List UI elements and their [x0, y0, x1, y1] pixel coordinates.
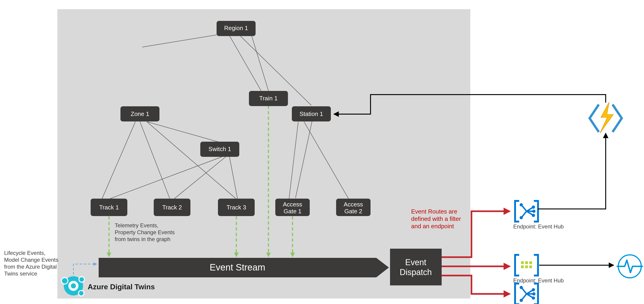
- svg-point-53: [520, 286, 522, 288]
- svg-point-45: [532, 214, 534, 216]
- svg-text:Property Change Events: Property Change Events: [115, 229, 174, 235]
- svg-rect-32: [390, 249, 442, 285]
- svg-rect-46: [521, 261, 524, 264]
- svg-point-66: [71, 283, 76, 288]
- svg-line-36: [522, 205, 526, 211]
- svg-text:and an endpoint: and an endpoint: [411, 223, 454, 230]
- svg-text:from twins in the graph: from twins in the graph: [115, 236, 170, 242]
- node-train1: Train 1: [249, 91, 288, 106]
- svg-point-39: [520, 217, 522, 219]
- adt-label: Azure Digital Twins: [88, 283, 155, 291]
- endpoint-label: Endpoint: Event Hub: [513, 223, 564, 230]
- svg-point-41: [532, 206, 534, 208]
- node-track1: Track 1: [90, 199, 127, 216]
- node-access-gate2: Access Gate 2: [336, 199, 370, 216]
- node-track2: Track 2: [154, 199, 190, 216]
- node-switch1: Switch 1: [200, 142, 239, 157]
- svg-text:Telemetry Events,: Telemetry Events,: [115, 222, 158, 228]
- node-label: Track 1: [99, 204, 119, 211]
- event-stream-bar: Event Stream: [99, 258, 389, 277]
- pulse-icon: [617, 255, 642, 278]
- node-label: Track 3: [226, 204, 246, 211]
- svg-point-69: [78, 290, 84, 296]
- svg-rect-50: [525, 265, 528, 268]
- lifecycle-annotation: Lifecycle Events, Model Change Events fr…: [4, 250, 58, 277]
- node-label: Station 1: [300, 110, 323, 117]
- node-label: Zone 1: [131, 110, 149, 117]
- svg-line-52: [522, 288, 526, 294]
- svg-point-68: [79, 277, 84, 282]
- event-stream-label: Event Stream: [210, 262, 265, 272]
- svg-point-59: [533, 293, 535, 295]
- node-label-l1: Access: [283, 201, 302, 208]
- svg-rect-47: [525, 261, 528, 264]
- endpoint-event-hub-2: Endpoint: Event Hub: [513, 255, 564, 283]
- endpoint-event-grid: Endpoint: Event Grid: [513, 283, 564, 304]
- svg-point-37: [520, 204, 522, 206]
- node-label-l2: Gate 2: [344, 208, 362, 215]
- diagram-root: Region 1 Zone 1 Train 1 Station 1 Switch…: [0, 0, 644, 304]
- svg-point-55: [520, 299, 522, 301]
- svg-rect-48: [529, 261, 532, 264]
- svg-text:defined with a filter: defined with a filter: [411, 215, 461, 222]
- svg-rect-49: [521, 265, 524, 268]
- node-region1: Region 1: [216, 21, 256, 36]
- svg-text:Model Change Events: Model Change Events: [4, 257, 58, 263]
- svg-text:Twins service: Twins service: [4, 270, 37, 277]
- event-dispatch-box: Event Dispatch: [390, 249, 442, 285]
- node-zone1: Zone 1: [120, 106, 160, 121]
- node-access-gate1: Access Gate 1: [275, 199, 310, 216]
- svg-text:Event Routes are: Event Routes are: [411, 208, 457, 215]
- svg-point-61: [532, 297, 534, 299]
- route-annotation: Event Routes are defined with a filter a…: [411, 208, 461, 230]
- dispatch-label-l1: Event: [405, 258, 426, 267]
- svg-point-43: [533, 210, 535, 212]
- dispatch-label-l2: Dispatch: [400, 267, 432, 277]
- azure-function-icon: [590, 102, 622, 133]
- svg-rect-51: [529, 265, 532, 268]
- node-label: Track 2: [162, 204, 182, 211]
- node-label-l1: Access: [344, 201, 363, 208]
- node-track3: Track 3: [218, 199, 255, 216]
- svg-marker-62: [600, 102, 613, 133]
- node-station1: Station 1: [292, 106, 331, 121]
- endpoint-label: Endpoint: Event Hub: [513, 277, 564, 283]
- svg-text:from the Azure Digital: from the Azure Digital: [4, 263, 57, 270]
- svg-point-57: [532, 289, 534, 291]
- svg-line-54: [522, 294, 526, 300]
- node-label: Region 1: [224, 25, 248, 32]
- endpoint-event-hub-1: Endpoint: Event Hub: [513, 201, 564, 230]
- svg-line-38: [522, 211, 526, 217]
- svg-point-67: [62, 277, 68, 284]
- node-label: Switch 1: [208, 146, 231, 152]
- svg-text:Lifecycle Events,: Lifecycle Events,: [4, 250, 46, 256]
- node-label-l2: Gate 1: [284, 208, 302, 215]
- node-label: Train 1: [259, 95, 278, 102]
